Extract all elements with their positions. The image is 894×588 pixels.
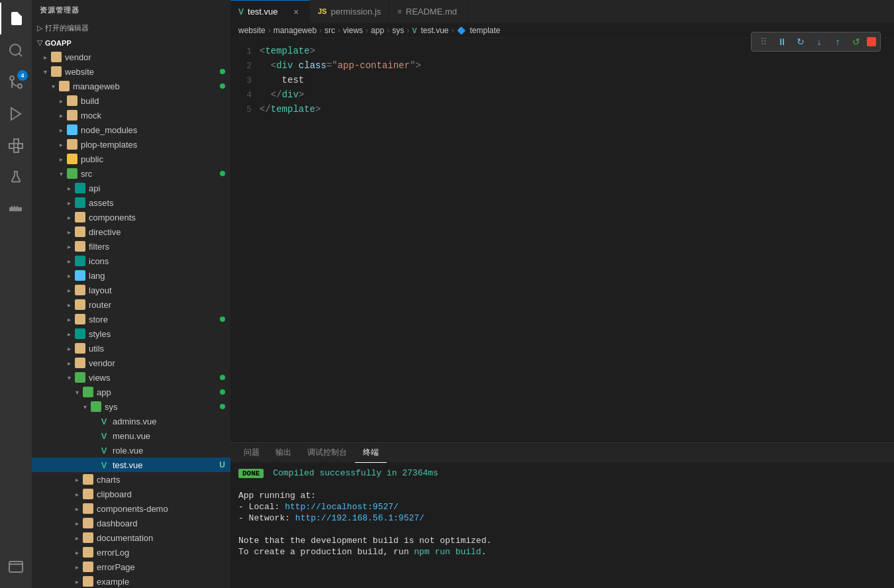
svg-point-2 (18, 84, 22, 88)
sidebar-item-documentation[interactable]: ▸documentation (32, 530, 230, 545)
breadcrumb-app[interactable]: app (371, 26, 384, 35)
line-number-1: 1 (236, 46, 260, 56)
run-activity-icon[interactable] (0, 98, 32, 130)
tree-icon-styles (74, 328, 86, 340)
tree-label-website: website (65, 67, 230, 77)
remote-activity-icon[interactable] (0, 551, 32, 583)
compiled-text: Compiled successfully in 27364ms (273, 468, 438, 478)
code-content-3[interactable]: test (260, 75, 304, 85)
sidebar-item-charts[interactable]: ▸charts (32, 472, 230, 487)
sidebar-item-manageweb[interactable]: ▾manageweb (32, 79, 230, 93)
tree-arrow-clipboard: ▸ (72, 491, 82, 498)
breadcrumb-views[interactable]: views (343, 26, 363, 35)
tree-label-clipboard: clipboard (97, 489, 230, 499)
sidebar-item-lang[interactable]: ▸lang (32, 268, 230, 283)
git-activity-icon[interactable]: 4 (0, 66, 32, 98)
breadcrumb-test-vue[interactable]: test.vue (421, 26, 448, 35)
extensions-activity-icon[interactable] (0, 130, 32, 162)
tab-test-vue-close[interactable]: × (291, 7, 301, 17)
sidebar-item-website[interactable]: ▾website (32, 64, 230, 79)
code-content-2[interactable]: <div class="app-container"> (260, 60, 421, 71)
tree-icon-node_modules (66, 124, 78, 136)
panel-tab-debug-console[interactable]: 调试控制台 (299, 443, 355, 463)
sidebar-item-components-demo[interactable]: ▸components-demo (32, 501, 230, 516)
sidebar-item-styles[interactable]: ▸styles (32, 326, 230, 341)
sidebar-item-filters[interactable]: ▸filters (32, 239, 230, 254)
debug-pause-button[interactable]: ⏸ (774, 34, 790, 50)
breadcrumb-website[interactable]: website (238, 26, 266, 35)
sidebar-item-menu-vue[interactable]: Vmenu.vue (32, 428, 230, 443)
tab-test-vue[interactable]: V test.vue × (230, 0, 310, 23)
debug-restart-button[interactable]: ↺ (848, 34, 864, 50)
sidebar-item-icons[interactable]: ▸icons (32, 254, 230, 268)
tab-readme[interactable]: ≡ README.md (389, 0, 469, 23)
sidebar-item-src[interactable]: ▾src (32, 166, 230, 181)
sidebar-item-components[interactable]: ▸components (32, 210, 230, 224)
tree-modified-test-vue: U (219, 460, 225, 469)
debug-step-over-button[interactable]: ↻ (793, 34, 809, 50)
svg-rect-5 (9, 144, 14, 148)
sidebar-item-mock[interactable]: ▸mock (32, 108, 230, 122)
sidebar-item-store[interactable]: ▸store (32, 312, 230, 326)
breadcrumb-template[interactable]: template (470, 26, 501, 35)
sidebar-item-layout[interactable]: ▸layout (32, 283, 230, 297)
breadcrumb-manageweb[interactable]: manageweb (273, 26, 317, 35)
sidebar-item-views[interactable]: ▾views (32, 370, 230, 385)
tree-arrow-components: ▸ (64, 214, 74, 221)
debug-step-into-button[interactable]: ↓ (811, 34, 827, 50)
sidebar-item-vendor-root[interactable]: ▸vendor (32, 50, 230, 64)
panel: 问题 输出 调试控制台 终端 DONE Compiled successfull… (230, 442, 894, 588)
sidebar-item-api[interactable]: ▸api (32, 181, 230, 195)
tree-label-lang: lang (89, 271, 230, 281)
terminal-content[interactable]: DONE Compiled successfully in 27364ms Ap… (230, 463, 894, 588)
panel-tab-output[interactable]: 输出 (268, 443, 299, 463)
code-content-1[interactable]: <template> (260, 46, 315, 56)
sidebar-item-build[interactable]: ▸build (32, 93, 230, 108)
sidebar-item-utils[interactable]: ▸utils (32, 341, 230, 356)
sidebar-item-admins-vue[interactable]: Vadmins.vue (32, 414, 230, 428)
tree-arrow-assets: ▸ (64, 199, 74, 207)
breadcrumb-src[interactable]: src (324, 26, 335, 35)
editor-area[interactable]: 1<template>2 <div class="app-container">… (230, 38, 894, 442)
breadcrumb-sys[interactable]: sys (392, 26, 404, 35)
panel-tab-terminal[interactable]: 终端 (355, 443, 387, 463)
sidebar-item-node_modules[interactable]: ▸node_modules (32, 122, 230, 137)
goapp-header[interactable]: ▽ GOAPP (32, 36, 230, 50)
docker-activity-icon[interactable] (0, 193, 32, 225)
sidebar-item-public[interactable]: ▸public (32, 152, 230, 166)
flask-activity-icon[interactable] (0, 162, 32, 193)
sidebar-item-errorLog[interactable]: ▸errorLog (32, 545, 230, 560)
sidebar-item-assets[interactable]: ▸assets (32, 195, 230, 210)
sidebar-item-router[interactable]: ▸router (32, 297, 230, 312)
sidebar-item-test-vue[interactable]: Vtest.vueU (32, 458, 230, 472)
sidebar-item-plop-templates[interactable]: ▸plop-templates (32, 137, 230, 152)
sidebar-item-dashboard[interactable]: ▸dashboard (32, 516, 230, 530)
sidebar-item-clipboard[interactable]: ▸clipboard (32, 487, 230, 501)
tab-permission-js[interactable]: JS permission.js (310, 0, 389, 23)
files-activity-icon[interactable] (0, 3, 32, 34)
sidebar-item-sys[interactable]: ▾sys (32, 399, 230, 414)
tree-arrow-vendor-root: ▸ (40, 54, 50, 61)
vue-icon: V (238, 7, 244, 17)
tree-icon-plop-templates (66, 138, 78, 150)
sidebar-item-errorPage[interactable]: ▸errorPage (32, 560, 230, 574)
sidebar-item-vendor-src[interactable]: ▸vendor (32, 356, 230, 370)
sidebar-item-role-vue[interactable]: Vrole.vue (32, 443, 230, 458)
network-url[interactable]: http://192.168.56.1:9527/ (295, 513, 424, 523)
local-url[interactable]: http://localhost:9527/ (285, 502, 399, 512)
open-editors-header[interactable]: ▷ 打开的编辑器 (32, 21, 230, 36)
sidebar-item-directive[interactable]: ▸directive (32, 224, 230, 239)
debug-stop-button[interactable] (867, 37, 876, 46)
sidebar-item-app[interactable]: ▾app (32, 385, 230, 399)
code-content-4[interactable]: </div> (260, 89, 304, 100)
code-content-5[interactable]: </template> (260, 104, 321, 115)
sidebar-item-example[interactable]: ▸example (32, 574, 230, 588)
tree-icon-router (74, 299, 86, 311)
tab-readme-label: README.md (406, 7, 457, 17)
debug-drag-handle[interactable]: ⠿ (756, 34, 771, 50)
tree-icon-build (66, 95, 78, 107)
tree-arrow-node_modules: ▸ (56, 126, 66, 134)
search-activity-icon[interactable] (0, 34, 32, 66)
panel-tab-problems[interactable]: 问题 (236, 443, 268, 463)
debug-step-out-button[interactable]: ↑ (830, 34, 846, 50)
